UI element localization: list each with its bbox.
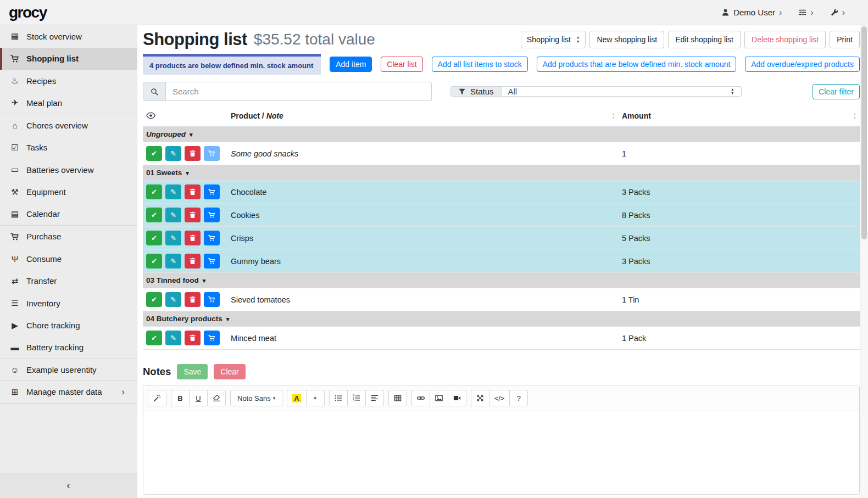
sidebar-item-consume[interactable]: ΨConsume bbox=[0, 248, 137, 270]
search-icon bbox=[151, 88, 158, 96]
sidebar-item-meal-plan[interactable]: ✈Meal plan bbox=[0, 92, 137, 115]
edit-shopping-list-button[interactable]: Edit shopping list bbox=[668, 31, 741, 48]
save-notes-button[interactable]: Save bbox=[177, 364, 208, 379]
sidebar-item-manage-master-data[interactable]: ⊞Manage master data› bbox=[0, 381, 137, 404]
add-to-stock-button[interactable] bbox=[204, 254, 220, 268]
edit-item-button[interactable]: ✎ bbox=[165, 184, 181, 199]
done-button[interactable]: ✔ bbox=[146, 254, 162, 268]
sidebar-item-equipment[interactable]: ⚒Equipment bbox=[0, 181, 137, 204]
clear-filter-button[interactable]: Clear filter bbox=[813, 84, 860, 99]
add-to-stock-button[interactable] bbox=[204, 292, 220, 307]
shopping-list-selector[interactable]: Shopping list ▲▼ bbox=[521, 31, 586, 48]
product-column-header[interactable]: Product /Note ▲▼ bbox=[227, 107, 619, 126]
trash-icon bbox=[189, 188, 196, 195]
done-button[interactable]: ✔ bbox=[146, 331, 162, 345]
unordered-list-icon[interactable] bbox=[329, 390, 348, 406]
clear-list-button[interactable]: Clear list bbox=[381, 57, 422, 72]
magic-icon[interactable] bbox=[148, 390, 166, 406]
edit-item-button[interactable]: ✎ bbox=[165, 231, 181, 245]
wrench-icon bbox=[830, 8, 838, 16]
status-select[interactable]: All ▲▼ bbox=[502, 86, 742, 97]
add-item-button[interactable]: Add item bbox=[330, 57, 372, 72]
editor-content[interactable] bbox=[143, 411, 859, 495]
underline-button[interactable]: U bbox=[189, 390, 208, 406]
admin-menu[interactable]: › bbox=[830, 8, 845, 17]
add-overdue-button[interactable]: Add overdue/expired products bbox=[745, 57, 860, 72]
row-actions: ✔✎ bbox=[143, 327, 227, 350]
done-button[interactable]: ✔ bbox=[146, 146, 162, 161]
product-cell: Sieved tomatoes bbox=[227, 288, 619, 311]
sidebar-collapse-button[interactable]: ‹ bbox=[0, 473, 137, 498]
product-group-header[interactable]: 03 Tinned food▾ bbox=[143, 273, 860, 288]
new-shopping-list-button[interactable]: New shopping list bbox=[589, 31, 664, 48]
fullscreen-icon[interactable] bbox=[471, 390, 489, 406]
sidebar-item-batteries-overview[interactable]: ▭Batteries overview bbox=[0, 159, 137, 181]
sidebar-item-shopping-list[interactable]: Shopping list bbox=[0, 48, 137, 70]
edit-item-button[interactable]: ✎ bbox=[165, 208, 181, 222]
page-scrollbar[interactable] bbox=[860, 25, 868, 498]
delete-item-button[interactable] bbox=[185, 146, 201, 161]
sidebar-item-example-userentity[interactable]: ☺Example userentity bbox=[0, 359, 137, 382]
sidebar-item-chores-overview[interactable]: ⌂Chores overview bbox=[0, 114, 137, 137]
scrollbar-thumb[interactable] bbox=[861, 26, 867, 239]
product-group-header[interactable]: 04 Butchery products▾ bbox=[143, 311, 860, 327]
clear-notes-button[interactable]: Clear bbox=[214, 364, 245, 379]
settings-menu[interactable]: › bbox=[798, 8, 813, 17]
edit-item-button[interactable]: ✎ bbox=[165, 331, 181, 345]
done-button[interactable]: ✔ bbox=[146, 231, 162, 245]
user-menu[interactable]: Demo User › bbox=[721, 8, 782, 17]
ordered-list-icon[interactable] bbox=[347, 390, 366, 406]
add-to-stock-button[interactable] bbox=[204, 231, 220, 245]
chevron-right-icon: › bbox=[842, 8, 845, 17]
edit-item-button[interactable]: ✎ bbox=[165, 254, 181, 268]
add-to-stock-button[interactable] bbox=[204, 184, 220, 199]
sidebar-item-recipes[interactable]: ♨Recipes bbox=[0, 70, 137, 92]
add-below-min-stock-button[interactable]: Add products that are below defined min.… bbox=[537, 57, 737, 72]
highlight-color-button[interactable]: A bbox=[287, 390, 306, 406]
add-to-stock-button[interactable] bbox=[204, 146, 220, 161]
sidebar-item-chore-tracking[interactable]: ▶Chore tracking bbox=[0, 315, 137, 337]
sidebar-item-tasks[interactable]: ☑Tasks bbox=[0, 137, 137, 159]
delete-shopping-list-button[interactable]: Delete shopping list bbox=[744, 31, 826, 48]
product-group-header[interactable]: 01 Sweets▾ bbox=[143, 165, 860, 181]
edit-item-button[interactable]: ✎ bbox=[165, 292, 181, 307]
print-button[interactable]: Print bbox=[830, 31, 860, 48]
sidebar-item-calendar[interactable]: ▤Calendar bbox=[0, 203, 137, 226]
add-all-to-stock-button[interactable]: Add all list items to stock bbox=[432, 57, 528, 72]
sidebar-item-transfer[interactable]: ⇄Transfer bbox=[0, 270, 137, 293]
search-input[interactable] bbox=[166, 82, 432, 101]
grocy-logo[interactable]: grocy bbox=[9, 4, 47, 21]
table-icon[interactable] bbox=[388, 390, 407, 406]
help-button[interactable]: ? bbox=[509, 390, 528, 406]
done-button[interactable]: ✔ bbox=[146, 184, 162, 199]
color-caret-button[interactable]: ▾ bbox=[306, 390, 325, 406]
image-icon[interactable] bbox=[430, 390, 448, 406]
done-button[interactable]: ✔ bbox=[146, 292, 162, 307]
done-button[interactable]: ✔ bbox=[146, 208, 162, 222]
delete-item-button[interactable] bbox=[185, 331, 201, 345]
delete-item-button[interactable] bbox=[185, 208, 201, 222]
delete-item-button[interactable] bbox=[185, 184, 201, 199]
link-icon[interactable] bbox=[411, 390, 430, 406]
codeview-button[interactable]: </> bbox=[489, 390, 510, 406]
amount-column-header[interactable]: Amount ▲▼ bbox=[619, 107, 860, 126]
min-stock-alert[interactable]: 4 products are below defined min. stock … bbox=[143, 54, 321, 75]
visibility-column-header[interactable] bbox=[143, 107, 227, 126]
eraser-icon[interactable] bbox=[207, 390, 226, 406]
product-group-header[interactable]: Ungrouped▾ bbox=[143, 126, 860, 142]
delete-item-button[interactable] bbox=[185, 292, 201, 307]
sidebar-item-battery-tracking[interactable]: ▬Battery tracking bbox=[0, 337, 137, 359]
sidebar-item-stock-overview[interactable]: ▦Stock overview bbox=[0, 25, 137, 48]
add-to-stock-button[interactable] bbox=[204, 208, 220, 222]
delete-item-button[interactable] bbox=[185, 231, 201, 245]
edit-item-button[interactable]: ✎ bbox=[165, 146, 181, 161]
font-family-select[interactable]: Noto Sans▾ bbox=[230, 390, 282, 406]
paragraph-align-icon[interactable] bbox=[365, 390, 384, 406]
delete-item-button[interactable] bbox=[185, 254, 201, 268]
add-to-stock-button[interactable] bbox=[204, 331, 220, 345]
bold-button[interactable]: B bbox=[171, 390, 190, 406]
video-icon[interactable] bbox=[448, 390, 466, 406]
row-actions: ✔✎ bbox=[143, 204, 227, 227]
sidebar-item-purchase[interactable]: Purchase bbox=[0, 226, 137, 248]
sidebar-item-inventory[interactable]: ☰Inventory bbox=[0, 292, 137, 315]
